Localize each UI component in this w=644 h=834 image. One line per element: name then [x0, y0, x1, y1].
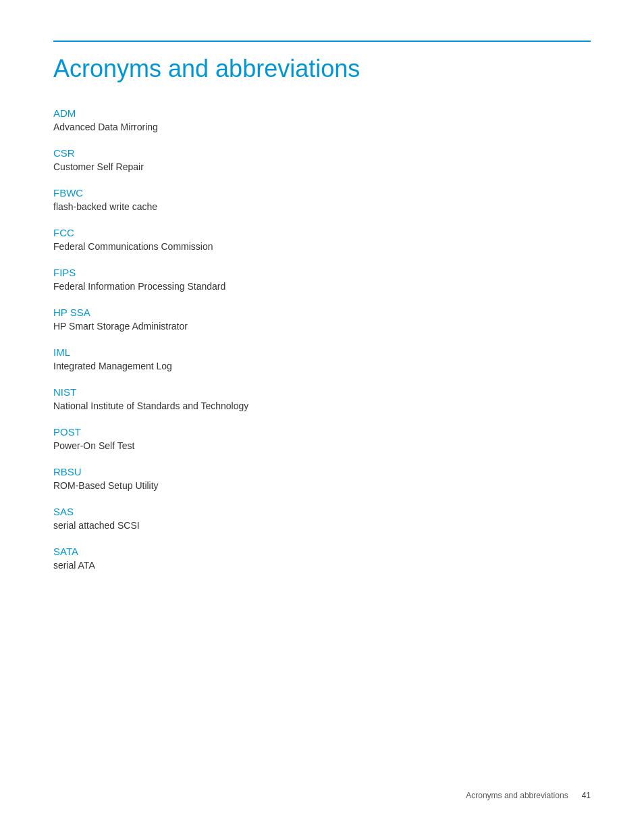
- acronym-entry: ADMAdvanced Data Mirroring: [53, 107, 591, 132]
- acronym-term: CSR: [53, 147, 591, 159]
- acronym-entry: NISTNational Institute of Standards and …: [53, 386, 591, 411]
- acronym-entry: IMLIntegrated Management Log: [53, 346, 591, 371]
- acronym-term: FCC: [53, 227, 591, 238]
- acronym-definition: Advanced Data Mirroring: [53, 122, 591, 132]
- acronym-definition: HP Smart Storage Administrator: [53, 321, 591, 332]
- acronym-term: NIST: [53, 386, 591, 398]
- acronym-term: SAS: [53, 506, 591, 517]
- acronym-entry: CSRCustomer Self Repair: [53, 147, 591, 172]
- acronym-term: SATA: [53, 546, 591, 557]
- page-container: Acronyms and abbreviations ADMAdvanced D…: [0, 0, 644, 834]
- acronym-term: FIPS: [53, 267, 591, 278]
- acronym-definition: Federal Information Processing Standard: [53, 281, 591, 292]
- footer-page-number: 41: [582, 791, 591, 800]
- acronym-definition: Power-On Self Test: [53, 440, 591, 451]
- acronym-term: RBSU: [53, 466, 591, 477]
- acronym-definition: Integrated Management Log: [53, 361, 591, 371]
- acronym-term: IML: [53, 346, 591, 358]
- acronym-entry: HP SSAHP Smart Storage Administrator: [53, 307, 591, 332]
- acronym-definition: Federal Communications Commission: [53, 241, 591, 252]
- acronym-term: FBWC: [53, 187, 591, 199]
- acronym-entry: FIPSFederal Information Processing Stand…: [53, 267, 591, 292]
- acronym-definition: Customer Self Repair: [53, 161, 591, 172]
- acronym-entry: SATAserial ATA: [53, 546, 591, 571]
- acronym-entry: POSTPower-On Self Test: [53, 426, 591, 451]
- acronym-definition: ROM-Based Setup Utility: [53, 480, 591, 491]
- page-footer: Acronyms and abbreviations 41: [466, 791, 591, 800]
- acronym-definition: flash-backed write cache: [53, 201, 591, 212]
- acronym-term: HP SSA: [53, 307, 591, 318]
- footer-text: Acronyms and abbreviations: [466, 791, 568, 800]
- acronym-definition: serial ATA: [53, 560, 591, 571]
- page-title: Acronyms and abbreviations: [53, 54, 591, 83]
- acronym-term: ADM: [53, 107, 591, 119]
- acronym-entry: FBWCflash-backed write cache: [53, 187, 591, 212]
- acronym-definition: serial attached SCSI: [53, 520, 591, 531]
- acronym-definition: National Institute of Standards and Tech…: [53, 400, 591, 411]
- acronym-entry: SASserial attached SCSI: [53, 506, 591, 531]
- acronym-list: ADMAdvanced Data MirroringCSRCustomer Se…: [53, 107, 591, 585]
- acronym-entry: RBSUROM-Based Setup Utility: [53, 466, 591, 491]
- acronym-entry: FCCFederal Communications Commission: [53, 227, 591, 252]
- acronym-term: POST: [53, 426, 591, 438]
- top-rule: [53, 41, 591, 42]
